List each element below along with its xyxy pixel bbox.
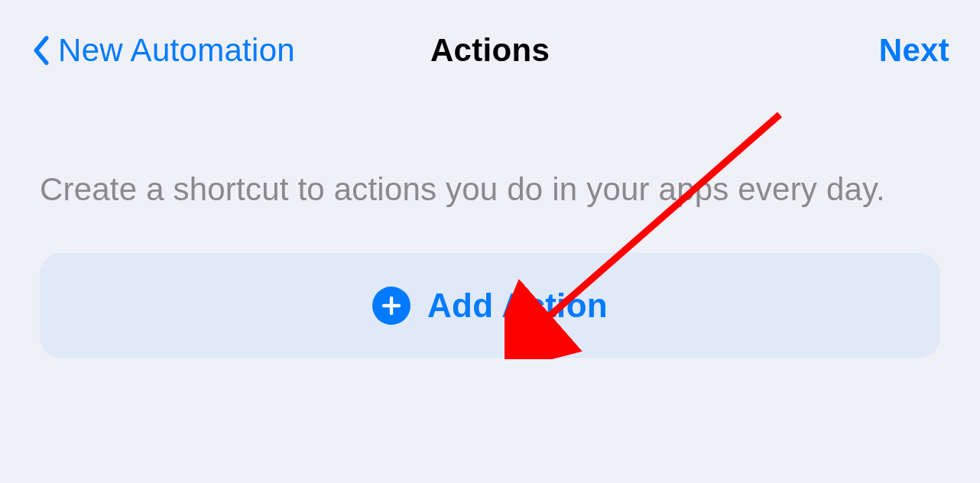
back-button[interactable]: New Automation — [31, 32, 295, 69]
add-action-button[interactable]: Add Action — [40, 253, 940, 358]
plus-circle-icon — [372, 287, 410, 325]
page-title: Actions — [430, 32, 550, 69]
main-content: Create a shortcut to actions you do in y… — [0, 76, 980, 358]
description-text: Create a shortcut to actions you do in y… — [40, 168, 940, 212]
next-button[interactable]: Next — [879, 32, 949, 69]
chevron-left-icon — [31, 34, 52, 67]
back-button-label: New Automation — [58, 32, 295, 69]
add-action-label: Add Action — [427, 287, 608, 325]
navigation-bar: New Automation Actions Next — [0, 0, 980, 76]
